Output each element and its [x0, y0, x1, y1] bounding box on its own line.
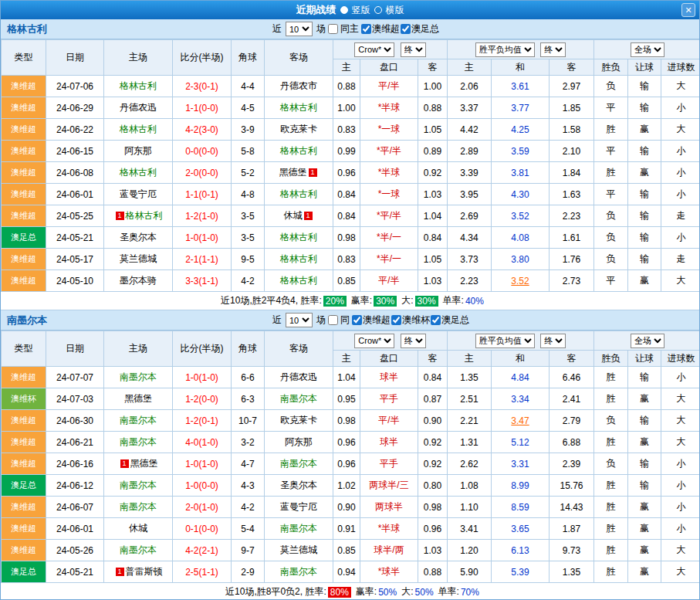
- same-venue-label: 同: [340, 314, 350, 327]
- summary-row: 近10场,胜8平0负2, 胜率:80%赢率:50%大:50%单率:70%: [1, 583, 699, 600]
- europe-away-odds: 2.41: [550, 388, 594, 410]
- asian-home-odds: 0.95: [333, 388, 360, 410]
- home-team-name: 南墨尔本: [120, 371, 157, 382]
- league-badge: 澳维超: [2, 270, 46, 292]
- away-team: 欧克莱卡: [265, 410, 333, 432]
- asian-away-odds: 0.89: [418, 141, 448, 162]
- home-team-name: 南墨尔本: [120, 544, 157, 555]
- europe-home-odds: 3.39: [448, 162, 492, 184]
- handicap-line: *半球: [360, 162, 418, 184]
- close-icon[interactable]: ✕: [681, 3, 695, 17]
- europe-home-odds: 1.10: [448, 497, 492, 518]
- asian-time-select[interactable]: 终: [401, 42, 426, 57]
- asian-away-odds: 0.92: [418, 453, 448, 475]
- result-cell: 平: [594, 141, 628, 162]
- handicap-line: *半/一: [360, 249, 418, 270]
- result-cell: 胜: [594, 475, 628, 497]
- home-team: 南墨尔本: [104, 497, 173, 518]
- home-team: 丹德农迅: [104, 97, 173, 119]
- home-team: 1格林古利: [104, 205, 173, 227]
- europe-away-odds: 2.97: [550, 76, 594, 97]
- asian-away-odds: 1.03: [418, 184, 448, 205]
- col-away: 客场: [265, 331, 333, 367]
- europe-time-select[interactable]: 终: [540, 334, 566, 348]
- same-venue-checkbox[interactable]: [328, 315, 338, 325]
- home-team-name: 南墨尔本: [120, 480, 157, 490]
- summary-value: 70%: [461, 587, 479, 598]
- goals-result-cell: 大: [661, 540, 700, 561]
- away-team: 圣奥尔本: [265, 475, 333, 497]
- corner-score: 4-8: [232, 184, 265, 205]
- vertical-layout-radio[interactable]: [340, 6, 348, 14]
- asian-away-odds: 0.92: [418, 162, 448, 184]
- europe-draw-odds: 8.59: [492, 497, 550, 518]
- home-team-name: 莫兰德城: [120, 253, 157, 264]
- away-team-name: 欧克莱卡: [280, 124, 317, 134]
- handicap-result-cell: 输: [628, 205, 661, 227]
- scope-select[interactable]: 全场: [631, 42, 664, 57]
- league-filter-checkbox[interactable]: [431, 315, 441, 325]
- league-filter-checkbox[interactable]: [352, 315, 362, 325]
- away-team: 南墨尔本: [265, 388, 333, 410]
- match-score: 2-1(1-1): [173, 249, 232, 270]
- asian-away-odds: 0.80: [418, 475, 448, 497]
- games-label: 场: [316, 22, 326, 36]
- league-filter-checkbox[interactable]: [401, 24, 411, 34]
- handicap-line: 平/半: [360, 410, 418, 432]
- asian-home-odds: 0.96: [333, 162, 360, 184]
- europe-odds-select[interactable]: 胜平负均值: [475, 334, 535, 348]
- bookmaker-select[interactable]: Crow*: [354, 42, 394, 57]
- away-team-name: 格林古利: [280, 232, 317, 242]
- home-team-name: 阿东那: [124, 145, 152, 156]
- same-venue-checkbox[interactable]: [328, 24, 338, 34]
- league-filter-checkbox[interactable]: [391, 315, 401, 325]
- asian-home-odds: 1.04: [333, 367, 360, 388]
- horizontal-layout-radio[interactable]: [374, 6, 382, 14]
- bookmaker-select[interactable]: Crow*: [354, 334, 394, 348]
- europe-odds-select[interactable]: 胜平负均值: [475, 42, 535, 57]
- home-team: 黑德堡: [104, 388, 173, 410]
- league-filter-checkbox[interactable]: [361, 24, 371, 34]
- away-team: 格林古利: [265, 141, 333, 162]
- europe-away-odds: 2.23: [550, 205, 594, 227]
- goals-result-cell: 大: [661, 388, 700, 410]
- europe-time-select[interactable]: 终: [540, 42, 566, 57]
- match-date: 24-06-07: [46, 497, 104, 518]
- league-badge: 澳维超: [2, 184, 46, 205]
- handicap-result-cell: 赢: [628, 432, 661, 453]
- europe-away-odds: 1.58: [550, 119, 594, 141]
- europe-draw-odds: 5.39: [492, 561, 550, 583]
- match-count-select[interactable]: 10: [286, 22, 313, 36]
- corner-score: 6-3: [232, 388, 265, 410]
- match-date: 24-06-15: [46, 141, 104, 162]
- match-score: 4-2(2-1): [173, 540, 232, 561]
- asian-home-odds: 0.88: [333, 76, 360, 97]
- scope-select[interactable]: 全场: [631, 334, 664, 348]
- handicap-line: 球半/两: [360, 540, 418, 561]
- match-count-select[interactable]: 10: [286, 313, 313, 327]
- europe-draw-odds: 3.77: [492, 97, 550, 119]
- away-team: 南墨尔本: [265, 518, 333, 540]
- asian-away-odds: 1.03: [418, 540, 448, 561]
- handicap-result-cell: 输: [628, 453, 661, 475]
- goals-result-cell: 小: [661, 475, 700, 497]
- league-badge: 澳维超: [2, 518, 46, 540]
- away-team: 格林古利: [265, 184, 333, 205]
- away-team-name: 欧克莱卡: [280, 415, 317, 425]
- asian-away-odds: 0.87: [418, 388, 448, 410]
- asian-home-odds: 1.00: [333, 97, 360, 119]
- goals-result-cell: 大: [661, 432, 700, 453]
- asian-home-odds: 0.85: [333, 540, 360, 561]
- handicap-result-cell: 输: [628, 141, 661, 162]
- near-label: 近: [272, 314, 282, 327]
- asian-away-odds: 0.88: [418, 561, 448, 583]
- away-team-name: 休城: [284, 210, 303, 221]
- match-row: 澳维超24-06-07南墨尔本2-0(1-0)4-2蓝曼宁厄0.90两球半0.9…: [2, 497, 700, 518]
- goals-result-cell: 小: [661, 162, 700, 184]
- asian-time-select[interactable]: 终: [401, 334, 426, 348]
- league-badge: 澳维超: [2, 367, 46, 388]
- handicap-line: 平/半: [360, 270, 418, 292]
- summary-label: 近10场,胜2平4负4, 胜率:: [221, 294, 322, 307]
- window-title: 近期战绩: [296, 3, 336, 17]
- match-score: 1-0(0-0): [173, 475, 232, 497]
